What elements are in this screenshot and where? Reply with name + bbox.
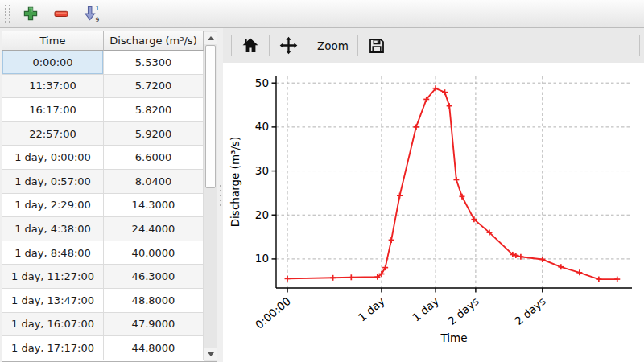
svg-text:40: 40 [255,120,269,133]
cell-discharge[interactable]: 44.8000 [104,336,204,360]
table-row: 1 day, 2:29:0014.3000 [2,194,204,218]
discharge-series-line [287,88,617,279]
svg-text:20: 20 [255,208,269,221]
cell-time[interactable]: 0:00:00 [2,51,104,75]
discharge-hydrograph-chart[interactable]: 10203040500:00:001 day1 day2 days2 daysT… [223,63,644,362]
discharge-table: Time Discharge (m³/s) 0:00:005.530011:37… [2,31,217,362]
column-header-time[interactable]: Time [2,31,104,51]
plus-icon [22,5,39,23]
svg-text:50: 50 [255,76,269,89]
pane-splitter[interactable] [217,28,223,362]
table-row: 1 day, 11:27:0046.3000 [2,265,204,289]
chart-toolbar: Zoom [223,28,644,63]
cell-discharge[interactable]: 5.8200 [104,98,204,122]
scroll-down-button[interactable] [204,348,217,360]
column-header-discharge[interactable]: Discharge (m³/s) [104,31,204,51]
cell-time[interactable]: 1 day, 13:47:00 [2,289,104,313]
cell-discharge[interactable]: 48.8000 [104,289,204,313]
cell-discharge[interactable]: 5.9200 [104,122,204,146]
table-row: 1 day, 16:07:0047.9000 [2,313,204,337]
home-icon [241,36,260,56]
cell-time[interactable]: 1 day, 0:57:00 [2,170,104,194]
chart-canvas[interactable]: 10203040500:00:001 day1 day2 days2 daysT… [223,63,644,362]
svg-text:1 day: 1 day [356,294,387,324]
table-row: 1 day, 4:38:0024.4000 [2,217,204,241]
table-row: 1 day, 13:47:0048.8000 [2,289,204,313]
save-figure-button[interactable] [364,33,390,59]
cell-discharge[interactable]: 5.5300 [104,51,204,75]
svg-text:2 days: 2 days [445,294,481,327]
home-reset-view-button[interactable] [237,33,263,59]
svg-text:2 days: 2 days [512,294,548,327]
table-row: 0:00:005.5300 [2,51,204,75]
cell-time[interactable]: 11:37:00 [2,75,104,99]
y-axis-label: Discharge (m³/s) [229,137,242,228]
toolbar-separator [231,35,232,56]
triangle-up-icon [208,36,214,40]
pan-icon [279,35,299,56]
cell-time[interactable]: 1 day, 11:27:00 [2,265,104,289]
cell-time[interactable]: 1 day, 8:48:00 [2,241,104,265]
table-header: Time Discharge (m³/s) [2,31,204,51]
table-body: 0:00:005.530011:37:005.720016:17:005.820… [2,51,204,361]
table-row: 16:17:005.8200 [2,98,204,122]
x-axis-label: Time [440,331,467,344]
table-row: 1 day, 0:57:008.0400 [2,170,204,194]
cell-discharge[interactable]: 47.9000 [104,313,204,337]
data-point-markers [285,85,621,282]
chart-pane: Zoom 10203040500:00:001 day1 day2 days2 … [223,28,644,362]
grid-lines [276,76,632,288]
svg-text:10: 10 [255,252,269,265]
zoom-button[interactable]: Zoom [314,33,352,59]
sort-numeric-ascending-icon: 1 9 [82,4,101,23]
cell-time[interactable]: 16:17:00 [2,98,104,122]
toolbar-separator [357,35,358,56]
table-row: 22:57:005.9200 [2,122,204,146]
cell-time[interactable]: 1 day, 4:38:00 [2,217,104,241]
scroll-up-button[interactable] [204,32,217,44]
sort-ascending-button[interactable]: 1 9 [80,2,104,25]
table-row: 1 day, 17:17:0044.8000 [2,336,204,360]
toolbar-separator [269,35,270,56]
cell-discharge[interactable]: 5.7200 [104,75,204,99]
cell-time[interactable]: 1 day, 0:00:00 [2,146,104,170]
cell-time[interactable]: 1 day, 16:07:00 [2,313,104,337]
cell-time[interactable]: 1 day, 17:17:00 [2,336,104,360]
cell-discharge[interactable]: 8.0400 [104,170,204,194]
pan-button[interactable] [275,33,302,59]
table-scrollbar[interactable] [204,31,217,361]
cell-discharge[interactable]: 14.3000 [104,194,204,218]
svg-text:1: 1 [96,5,100,12]
add-row-button[interactable] [19,2,43,25]
svg-text:0:00:00: 0:00:00 [253,294,293,331]
table-row: 11:37:005.7200 [2,75,204,99]
main-toolbar: 1 9 [0,0,644,28]
svg-text:1 day: 1 day [410,294,441,324]
triangle-down-icon [208,352,214,356]
cell-discharge[interactable]: 40.0000 [104,241,204,265]
table-row: 1 day, 8:48:0040.0000 [2,241,204,265]
save-icon [367,36,386,56]
app-window: { "toolbar": { "icons": ["plus-icon", "m… [0,0,644,362]
cell-discharge[interactable]: 6.6000 [104,146,204,170]
tick-labels: 10203040500:00:001 day1 day2 days2 days [253,76,548,331]
scrollbar-thumb[interactable] [205,45,216,188]
cell-time[interactable]: 1 day, 2:29:00 [2,194,104,218]
toolbar-separator [639,35,640,56]
svg-text:30: 30 [255,164,269,177]
cell-discharge[interactable]: 24.4000 [104,217,204,241]
minus-icon [52,5,70,23]
axes [272,76,633,293]
table-row: 1 day, 0:00:006.6000 [2,146,204,170]
cell-discharge[interactable]: 46.3000 [104,265,204,289]
cell-time[interactable]: 22:57:00 [2,122,104,146]
svg-text:9: 9 [96,16,100,23]
toolbar-separator [308,35,308,56]
remove-row-button[interactable] [49,2,73,25]
toolbar-drag-handle[interactable] [5,5,10,23]
